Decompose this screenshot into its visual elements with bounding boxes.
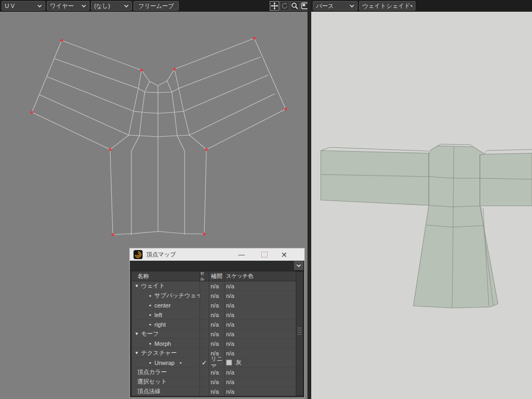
name-cell: ●center [132,301,200,310]
view-mode-value: U V [5,3,14,9]
cell-toggle[interactable] [200,310,209,319]
zoom-tool-button[interactable] [290,1,300,11]
collapse-chevron-icon[interactable]: ▼ [135,331,139,336]
perspective-view-dropdown[interactable]: パース [313,1,358,11]
maximize-icon [261,252,268,257]
perspective-viewport-canvas[interactable] [311,12,532,399]
view-mode-dropdown[interactable]: U V [2,1,45,11]
close-button[interactable]: ✕ [279,248,289,261]
bullet-icon: ● [149,342,151,345]
row-label: Unwrap [154,360,174,366]
bullet-icon: ● [149,313,151,317]
interpolation-value: n/a [209,339,225,348]
sketch-color-value: n/a [226,379,234,385]
sketch-color-value: n/a [226,388,234,395]
sketch-color-value: n/a [226,340,234,347]
interpolation-value: n/a [209,368,225,377]
interpolation-value: n/a [209,387,225,396]
collapse-chevron-icon[interactable]: ▼ [135,351,139,355]
perspective-viewport-toolbar: パース ウェイトシェイド [311,0,532,12]
minimize-button[interactable]: — [236,248,247,261]
chevron-down-icon [350,5,354,7]
sketch-color-value: n/a [226,369,234,376]
row-label: Morph [154,340,171,347]
texture-dropdown[interactable]: (なし) [91,1,132,11]
app-logo-icon [134,250,143,259]
sketch-color-cell: n/a [225,310,297,319]
free-move-button[interactable]: フリームーブ [134,1,179,11]
interpolation-value: リニア [209,358,225,367]
window-title: 頂点マップ [146,248,176,261]
display-mode-dropdown[interactable]: ワイヤー [47,1,89,11]
sketch-color-value: n/a [226,321,234,328]
table-row[interactable]: 頂点法線n/an/a [132,387,297,396]
chevron-down-icon [410,5,412,7]
magnifier-icon [291,2,298,10]
sketch-color-value: n/a [226,312,234,318]
interpolation-value: n/a [209,291,225,300]
maximize-button[interactable] [259,248,270,261]
table-row[interactable]: ●サブパッチウェイトn/an/a [132,291,297,301]
table-row[interactable]: 選択セットn/an/a [132,377,297,387]
bullet-icon: ● [149,361,151,364]
cell-toggle[interactable] [200,377,209,386]
table-row[interactable]: ●Unwrap●✓リニア灰 [132,358,297,368]
sketch-color-cell: n/a [225,291,297,300]
name-cell: 選択セット [132,377,200,386]
sketch-color-value: n/a [226,331,234,337]
header-sketch: スケッチ色 [225,271,297,281]
scrollbar-grip-icon [297,328,302,335]
sketch-color-cell: n/a [225,320,297,329]
table-row[interactable]: ●rightn/an/a [132,320,297,329]
table-scrollbar[interactable] [296,271,303,396]
sketch-color-cell: n/a [225,387,297,396]
vmap-selector-dropdown-button[interactable] [294,261,303,270]
cell-toggle[interactable] [200,387,209,396]
cell-toggle[interactable] [200,320,209,329]
header-name: 名称 [132,271,200,281]
table-row[interactable]: ▼モーフn/an/a [132,329,297,339]
name-cell: ▼テクスチャー [132,348,200,358]
color-swatch[interactable] [226,360,232,365]
row-label: 選択セット [137,378,167,386]
bullet-icon: ● [149,322,151,326]
chevron-down-icon [37,5,42,7]
row-label: テクスチャー [141,349,177,357]
interpolation-value: n/a [209,320,225,329]
table-row[interactable]: ●Morphn/an/a [132,339,297,348]
shading-mode-dropdown[interactable]: ウェイトシェイド [359,1,415,11]
name-cell: ▼モーフ [132,329,200,338]
chevron-down-icon [124,5,129,7]
table-row[interactable]: ●leftn/an/a [132,310,297,320]
viewport-tool-icons [270,1,310,11]
viewport-divider[interactable] [307,0,311,399]
sketch-color-cell: n/a [225,368,297,377]
collapse-chevron-icon[interactable]: ▼ [135,284,139,288]
sketch-color-cell: 灰 [225,358,297,367]
vertex-map-titlebar[interactable]: 頂点マップ — ✕ [130,248,304,261]
name-cell: ●left [132,310,200,319]
cell-toggle[interactable] [200,329,209,338]
row-label: left [154,312,162,318]
table-row[interactable]: ●centern/an/a [132,301,297,310]
cell-toggle[interactable]: ✓ [200,358,209,367]
row-label: モーフ [141,330,159,338]
cell-toggle[interactable] [200,368,209,377]
table-row[interactable]: ▼ウェイトn/an/a [132,281,297,291]
rotate-tool-button[interactable] [280,1,289,11]
cell-toggle[interactable] [200,281,209,290]
row-label: center [154,302,171,309]
interpolation-value: n/a [209,310,225,319]
vertex-map-table: 名称 セル 補間 スケッチ色 ▼ウェイトn/an/a●サブパッチウェイトn/an… [132,271,297,396]
move-tool-button[interactable] [270,1,279,11]
table-row[interactable]: 頂点カラーn/an/a [132,368,297,377]
sketch-color-cell: n/a [225,339,297,348]
sketch-color-cell: n/a [225,377,297,386]
move-icon [271,2,278,10]
cell-toggle[interactable] [200,291,209,300]
cell-toggle[interactable] [200,339,209,348]
name-cell: ●Morph [132,339,200,348]
cell-toggle[interactable] [200,301,209,310]
cell-toggle[interactable] [200,348,209,358]
bullet-icon: ● [149,303,151,307]
